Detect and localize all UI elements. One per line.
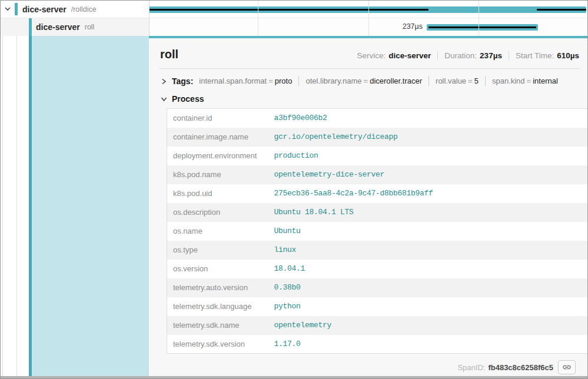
tag-item: span.kind=internal [492,77,558,85]
table-row[interactable]: deployment.environmentproduction [167,147,588,165]
tags-label: Tags: [172,77,193,86]
copy-link-button[interactable] [558,360,576,374]
table-row[interactable]: container.image.namegcr.io/opentelemetry… [167,128,588,147]
kv-value: Ubuntu [268,222,588,241]
span-detail-panel: roll Service: dice-server Duration: 237µ… [149,36,587,376]
kv-value: production [268,147,588,165]
duration-value: 237µs [480,51,502,60]
duration-label: Duration: [444,51,477,60]
operation-name: /rolldice [71,5,97,14]
chevron-down-icon[interactable] [160,95,168,103]
span-detail-area: roll Service: dice-server Duration: 237µ… [1,36,587,376]
table-row[interactable]: telemetry.sdk.nameopentelemetry [167,316,588,335]
tag-item: roll.value=5 [436,77,479,85]
tag-item: otel.library.name=diceroller.tracer [305,77,422,85]
tags-section-header[interactable]: Tags: internal.span.format=protootel.lib… [159,76,580,86]
kv-key: telemetry.auto.version [167,278,268,297]
kv-value: opentelemetry [268,316,588,335]
table-row[interactable]: telemetry.sdk.languagepython [167,297,588,316]
kv-key: os.description [167,203,268,222]
link-icon [562,363,572,372]
kv-value: python [268,297,588,316]
kv-value: gcr.io/opentelemetry/diceapp [268,128,588,147]
span-title: roll [160,48,178,61]
table-row[interactable]: k8s.pod.uid275ecb36-5aa8-4c2a-9c47-d8bb6… [167,184,588,203]
kv-key: os.type [167,241,268,260]
bottom-scroll-track[interactable] [1,376,587,378]
child-extent-overlay [537,9,586,11]
table-row[interactable]: telemetry.sdk.version1.17.0 [167,335,588,354]
operation-name: roll [85,23,95,31]
kv-value: 1.17.0 [268,335,588,354]
kv-key: os.version [167,260,268,278]
span-detail-header: roll Service: dice-server Duration: 237µ… [159,43,580,69]
span-duration-overlay [428,26,536,28]
process-section-header[interactable]: Process [159,94,580,104]
kv-key: k8s.pod.uid [167,184,268,203]
span-row-roll[interactable]: dice-server roll 237µs [1,18,587,36]
tag-item: internal.span.format=proto [199,77,292,85]
kv-key: k8s.pod.name [167,165,268,184]
start-time-value: 610µs [557,51,579,60]
table-row[interactable]: telemetry.auto.version0.38b0 [167,278,588,297]
chevron-down-icon[interactable] [3,5,12,14]
selected-row-highlight[interactable] [32,36,149,376]
kv-key: deployment.environment [167,147,268,165]
service-color-bar [29,18,32,36]
service-label: Service: [357,51,386,60]
kv-value: Ubuntu 18.04.1 LTS [268,203,588,222]
span-meta: Service: dice-server Duration: 237µs Sta… [357,51,579,60]
service-name: dice-server [22,5,67,14]
kv-value: linux [268,241,588,260]
span-name-cell-roll[interactable]: dice-server roll [1,18,149,36]
table-row[interactable]: os.descriptionUbuntu 18.04.1 LTS [167,203,588,222]
spanid-value: fb483c8c6258f6c5 [488,363,553,372]
span-duration-label: 237µs [403,22,423,31]
kv-key: telemetry.sdk.version [167,335,268,354]
process-kv-table: container.ida3bf90e006b2container.image.… [167,108,588,354]
process-label: Process [172,94,204,104]
service-value: dice-server [388,51,431,60]
kv-value: 275ecb36-5aa8-4c2a-9c47-d8bb681b9aff [268,184,588,203]
kv-key: container.image.name [167,128,268,147]
span-row-rolldice[interactable]: dice-server /rolldice [1,1,587,18]
kv-value: opentelemetry-dice-server [268,165,588,184]
span-name-cell-rolldice[interactable]: dice-server /rolldice [1,1,149,18]
service-color-bar [15,3,18,15]
kv-key: os.name [167,222,268,241]
table-row[interactable]: container.ida3bf90e006b2 [167,109,588,128]
start-time-label: Start Time: [516,51,554,60]
kv-value: a3bf90e006b2 [268,109,588,128]
kv-key: container.id [167,109,268,128]
chevron-right-icon[interactable] [160,77,168,85]
child-extent-overlay [149,9,428,11]
table-row[interactable]: os.version18.04.1 [167,260,588,278]
span-detail-footer: SpanID: fb483c8c6258f6c5 [159,360,580,374]
kv-value: 0.38b0 [268,278,588,297]
kv-value: 18.04.1 [268,260,588,278]
table-row[interactable]: os.typelinux [167,241,588,260]
spanid-label: SpanID: [457,363,485,372]
service-name: dice-server [36,22,80,32]
table-row[interactable]: os.nameUbuntu [167,222,588,241]
trace-view-page: dice-server /rolldice dice-server roll 2… [0,0,588,379]
kv-key: telemetry.sdk.language [167,297,268,316]
table-row[interactable]: k8s.pod.nameopentelemetry-dice-server [167,165,588,184]
kv-key: telemetry.sdk.name [167,316,268,335]
